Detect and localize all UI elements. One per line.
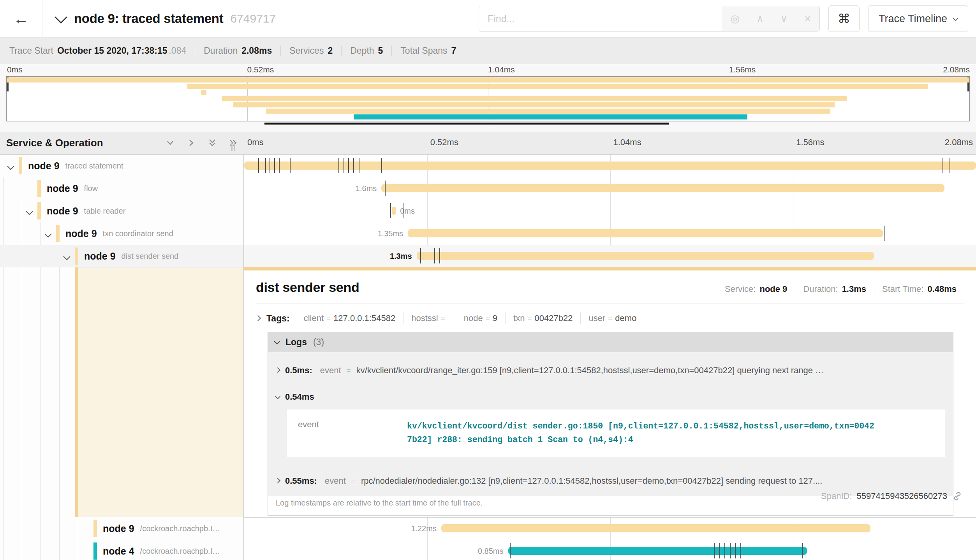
tag-chip[interactable]: node=9	[456, 312, 506, 324]
prev-match-icon[interactable]: ∧	[757, 13, 764, 24]
span-tree-row[interactable]: node 9traced statement	[0, 154, 243, 177]
span-name: node 9txn coordinator send	[65, 222, 173, 245]
span-duration-bar[interactable]	[408, 229, 883, 237]
log-entry-collapsed[interactable]: 0.5ms:event=kv/kvclient/kvcoord/range_it…	[268, 355, 953, 386]
span-duration-bar[interactable]	[441, 524, 870, 532]
span-service-name: node 9	[65, 228, 97, 239]
tag-chip[interactable]: txn=00427b22	[506, 312, 581, 324]
span-timeline-row[interactable]: 0.85ms	[244, 540, 976, 560]
span-timeline-row[interactable]: 1.3ms	[244, 245, 976, 267]
tags-expand-icon[interactable]	[255, 315, 261, 321]
span-name: node 9/cockroach.roachpb.I…	[103, 517, 220, 540]
collapse-all-icon[interactable]	[207, 138, 217, 148]
span-timeline-row[interactable]: 1.6ms	[244, 177, 976, 200]
minimap-span-bar	[266, 109, 831, 114]
log-expand-icon	[275, 478, 280, 483]
span-log-tick	[730, 543, 731, 558]
span-log-tick	[714, 543, 715, 558]
span-timeline-row[interactable]: 1.35ms	[244, 222, 976, 245]
span-collapse-icon[interactable]	[44, 230, 51, 237]
span-duration-bar[interactable]	[508, 547, 807, 555]
tags-section[interactable]: Tags: client=127.0.0.1:54582hostssl=node…	[256, 312, 964, 324]
log-collapse-row[interactable]: 0.54ms	[276, 392, 945, 402]
stat-total-spans: Total Spans7	[391, 46, 465, 56]
tag-chip[interactable]: client=127.0.0.1:54582	[296, 312, 404, 324]
span-timeline-row[interactable]: 0ms	[244, 200, 976, 222]
span-service-name: node 9	[47, 205, 78, 217]
span-color-bar	[93, 542, 97, 560]
span-service-name: node 9	[103, 523, 134, 534]
span-log-tick	[943, 158, 943, 173]
span-log-tick	[338, 158, 339, 173]
back-button[interactable]: ←	[0, 0, 42, 37]
span-timeline-row[interactable]	[244, 154, 976, 177]
span-duration-label: 0.85ms	[478, 540, 504, 560]
minimap-span-bar	[233, 102, 835, 107]
span-color-bar	[56, 225, 60, 242]
span-detail-title: dist sender send	[256, 280, 359, 295]
span-collapse-icon[interactable]	[26, 208, 33, 215]
tag-value: 127.0.0.1:54582	[333, 313, 395, 323]
tag-chip[interactable]: hostssl=	[403, 312, 456, 324]
span-collapse-icon[interactable]	[7, 163, 14, 170]
span-tree-row[interactable]: node 4/cockroach.roachpb.I…	[0, 540, 243, 560]
view-selector-button[interactable]: Trace Timeline	[868, 5, 968, 32]
span-service-name: node 9	[84, 251, 116, 262]
span-tree-row[interactable]: node 9table reader	[0, 200, 243, 222]
next-match-icon[interactable]: ∨	[780, 13, 787, 24]
span-timeline-row[interactable]: 1.22ms	[244, 517, 976, 540]
span-name: node 4/cockroach.roachpb.I…	[103, 540, 220, 560]
log-expand-icon	[275, 367, 280, 373]
span-duration-bar[interactable]	[381, 184, 944, 192]
span-log-tick	[735, 543, 736, 558]
span-operation-name: traced statement	[65, 162, 123, 170]
deep-link-icon[interactable]	[952, 491, 963, 502]
span-duration-bar[interactable]	[392, 207, 396, 215]
tags-list: client=127.0.0.1:54582hostssl=node=9txn=…	[296, 312, 645, 324]
span-tree-row[interactable]: node 9txn coordinator send	[0, 222, 243, 245]
span-tree-row[interactable]: node 9dist sender send	[0, 245, 243, 267]
minimap-span-bar	[187, 84, 928, 89]
span-color-bar	[93, 520, 97, 537]
timeline-view: Service & Operation 0ms 0.52ms 1	[0, 132, 976, 560]
column-resize-handle[interactable]	[231, 142, 235, 151]
span-id-row: SpanID: 5597415943526560273	[821, 491, 963, 502]
trace-stats-bar: Trace StartOctober 15 2020, 17:38:15.084…	[0, 38, 976, 64]
logs-entries: 0.5ms:event=kv/kvclient/kvcoord/range_it…	[268, 352, 953, 496]
timeline-header-row: Service & Operation 0ms 0.52ms 1	[0, 132, 976, 155]
find-controls: ◎ ∧ ∨ ×	[722, 6, 819, 31]
span-log-tick	[740, 543, 741, 558]
span-tree-row[interactable]: node 9flow	[0, 177, 243, 200]
minimap-span-bar	[7, 77, 969, 83]
span-color-bar	[37, 180, 41, 197]
collapse-trace-header-icon[interactable]	[55, 11, 67, 24]
span-collapse-icon[interactable]	[63, 253, 70, 260]
span-duration-bar[interactable]	[417, 252, 874, 260]
span-name: node 9table reader	[47, 200, 125, 222]
span-color-bar	[19, 157, 22, 174]
stat-services: Services2	[280, 46, 341, 56]
collapse-one-icon[interactable]	[165, 138, 175, 148]
stat-trace-start: Trace StartOctober 15 2020, 17:38:15.084	[1, 46, 195, 56]
tag-value: 00427b22	[535, 313, 573, 323]
span-log-tick	[390, 203, 391, 218]
log-text: 0.5ms:	[285, 365, 312, 376]
span-operation-name: flow	[84, 184, 98, 193]
keyboard-shortcuts-button[interactable]: ⌘	[828, 5, 860, 32]
logs-header[interactable]: Logs (3)	[268, 332, 953, 352]
focus-match-icon[interactable]: ◎	[731, 12, 740, 25]
find-input[interactable]	[479, 6, 722, 31]
span-service-name: node 9	[47, 183, 78, 194]
clear-find-icon[interactable]: ×	[804, 12, 811, 25]
minimap-canvas[interactable]	[6, 76, 970, 121]
span-color-bar	[37, 202, 41, 219]
span-service-name: node 4	[103, 546, 134, 557]
span-tree-row[interactable]: node 9/cockroach.roachpb.I…	[0, 517, 243, 540]
minimap-scroll-indicator[interactable]	[264, 123, 668, 125]
tag-chip[interactable]: user=demo	[581, 312, 644, 324]
expand-one-icon[interactable]	[186, 138, 196, 148]
log-field-key: event	[298, 420, 407, 447]
span-log-tick	[274, 158, 275, 173]
trace-viewer: ← node 9: traced statement 6749717 ◎ ∧ ∨…	[0, 0, 976, 560]
minimap-span-bar	[354, 114, 747, 119]
